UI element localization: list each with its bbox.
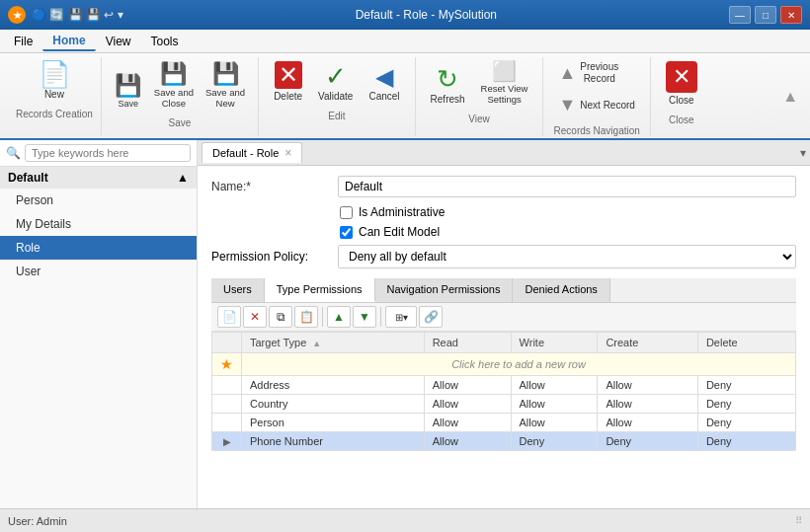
row-write: Deny [511,432,598,451]
reset-view-button[interactable]: ⬜ Reset View Settings [474,57,535,110]
grid-new-row[interactable]: ★ Click here to add a new row [212,353,796,376]
sidebar-item-user[interactable]: User [0,260,197,283]
validate-button[interactable]: ✓ Validate [311,59,360,107]
grid-col-write[interactable]: Write [511,333,598,353]
edit-group-label: Edit [328,111,345,121]
save-close-icon: 💾 [160,61,187,87]
inner-tab-denied-actions[interactable]: Denied Actions [513,278,609,302]
sidebar-item-person[interactable]: Person [0,189,197,212]
save-and-close-button[interactable]: 💾 Save and Close [149,57,199,114]
save-new-icon: 💾 [212,61,239,87]
cancel-icon: ◀ [375,65,393,89]
next-record-button[interactable]: ▼ Next Record [551,91,641,119]
next-icon: ▼ [558,95,576,115]
delete-button[interactable]: ✕ Delete [267,57,309,107]
refresh-button[interactable]: ↻ Refresh [424,62,472,110]
grid-paste-btn[interactable]: 📋 [294,306,318,328]
ribbon-group-records-nav: ▲ Previous Record ▼ Next Record Records … [543,57,650,136]
grid-new-row-btn[interactable]: 📄 [217,306,241,328]
resize-grip[interactable]: ⠿ [795,515,802,526]
search-box: 🔍 [0,140,197,167]
can-edit-checkbox[interactable] [340,226,353,239]
ribbon-group-save: 💾 Save 💾 Save and Close 💾 Save and New S… [102,57,259,136]
menu-file[interactable]: File [4,33,42,50]
row-target-type: Country [242,395,425,414]
grid-move-up-btn[interactable]: ▲ [327,306,351,328]
title-bar: ★ 🔵 🔄 💾 💾 ↩ ▾ Default - Role - MySolutio… [0,0,810,30]
can-edit-label: Can Edit Model [359,225,440,239]
grid-link-btn[interactable]: 🔗 [419,306,443,328]
save-button[interactable]: 💾 Save [110,69,147,114]
row-target-type: Address [242,376,425,395]
grid-col-read[interactable]: Read [424,333,511,353]
row-delete: Deny [697,376,795,395]
tab-label: Default - Role [212,147,279,159]
menu-view[interactable]: View [96,33,141,50]
grid-expand-btn[interactable]: ⊞▾ [385,306,417,328]
sidebar-item-my-details[interactable]: My Details [0,212,197,236]
search-input[interactable] [25,144,191,162]
restore-button[interactable]: □ [755,6,776,24]
new-button[interactable]: 📄 New [30,57,79,105]
grid-toolbar-divider2 [380,307,381,327]
save-new-label: Save and New [205,87,245,110]
name-input[interactable] [338,176,796,197]
window-close-button[interactable]: ✕ [780,6,802,24]
close-group-label: Close [669,114,694,125]
tab-close-icon[interactable]: × [284,146,291,160]
previous-record-button[interactable]: ▲ Previous Record [551,57,641,89]
row-expand-cell[interactable]: ▶ [212,432,242,451]
row-write: Allow [511,395,598,414]
tab-scroll-arrow[interactable]: ▾ [800,146,806,160]
table-row[interactable]: ▶ Phone Number Allow Deny Deny Deny [212,432,796,451]
row-target-type: Phone Number [242,432,425,451]
inner-tab-navigation-permissions[interactable]: Navigation Permissions [375,278,514,302]
close-button[interactable]: ✕ Close [659,57,704,111]
row-delete: Deny [697,432,795,451]
table-row[interactable]: Person Allow Allow Allow Deny [212,414,796,432]
edit-buttons: ✕ Delete ✓ Validate ◀ Cancel [267,57,406,107]
menu-tools[interactable]: Tools [140,33,188,50]
inner-tab-users[interactable]: Users [211,278,265,302]
grid-copy-btn[interactable]: ⧉ [269,306,292,328]
new-row-placeholder[interactable]: Click here to add a new row [242,353,796,376]
inner-tabs: Users Type Permissions Navigation Permis… [211,278,796,303]
close-label: Close [669,95,694,107]
sidebar-item-role[interactable]: Role [0,236,197,260]
tab-bar: Default - Role × ▾ [198,140,810,166]
grid-col-create[interactable]: Create [598,333,698,353]
app-icon: ★ [8,6,26,24]
new-icon: 📄 [39,61,70,87]
row-expand-cell [212,395,242,414]
nav-group-label: Records Navigation [554,125,640,136]
save-buttons: 💾 Save 💾 Save and Close 💾 Save and New [110,57,250,114]
inner-tab-type-permissions[interactable]: Type Permissions [265,278,375,302]
table-row[interactable]: Address Allow Allow Allow Deny [212,376,796,395]
search-icon: 🔍 [6,146,21,160]
grid-move-down-btn[interactable]: ▼ [353,306,376,328]
minimize-button[interactable]: — [729,6,751,24]
data-grid: Target Type ▲ Read Write Create [211,332,796,451]
cancel-button[interactable]: ◀ Cancel [362,61,406,107]
save-and-new-button[interactable]: 💾 Save and New [201,57,250,114]
is-admin-checkbox[interactable] [340,206,353,219]
row-delete: Deny [697,395,795,414]
grid-delete-row-btn[interactable]: ✕ [243,306,267,328]
status-user: User: Admin [8,515,67,527]
grid-col-target-type[interactable]: Target Type ▲ [242,333,425,353]
prev-next-group: ▲ Previous Record ▼ Next Record [551,57,641,119]
sidebar: 🔍 Default ▲ Person My Details Role User [0,140,198,508]
prev-label: Previous Record [580,61,618,85]
tab-default-role[interactable]: Default - Role × [202,142,302,163]
sidebar-item-my-details-label: My Details [16,217,71,231]
policy-select[interactable]: Deny all by default Allow all by default… [338,245,796,268]
refresh-icon: ↻ [437,66,458,92]
new-row-star: ★ [220,356,233,372]
menu-home[interactable]: Home [42,32,95,51]
status-bar: User: Admin ⠿ [0,508,810,532]
grid-col-delete[interactable]: Delete [697,333,795,353]
close-icon: ✕ [666,61,697,93]
table-row[interactable]: Country Allow Allow Allow Deny [212,395,796,414]
sort-icon: ▲ [312,339,321,348]
sidebar-section-default[interactable]: Default ▲ [0,167,197,189]
